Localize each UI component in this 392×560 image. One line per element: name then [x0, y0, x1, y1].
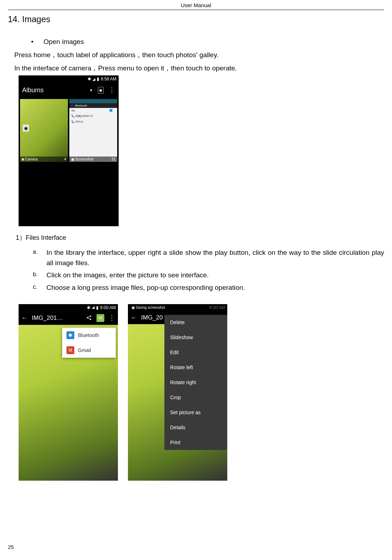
share-dropdown: ✱ Bluetooth M Gmail: [62, 328, 116, 358]
status-time: 9:00 AM: [100, 305, 116, 310]
list-marker: c.: [33, 283, 46, 293]
album-camera-thumb[interactable]: ◉ ◙ Camera 4: [20, 99, 68, 162]
list-text-b: Click on the images, enter the picture t…: [46, 270, 384, 281]
menu-rotate-left[interactable]: Rotate left: [164, 360, 227, 375]
menu-set-picture-as[interactable]: Set picture as: [164, 405, 227, 420]
list-marker: b.: [33, 270, 46, 281]
back-icon[interactable]: ←: [131, 314, 137, 321]
app-bar-title[interactable]: Albums: [22, 86, 86, 94]
signal-icon: ◢: [92, 305, 95, 310]
list-marker: a.: [33, 248, 46, 268]
screenshot-share: ✱ ◢ ▮ 9:00 AM ← IMG_201… ✉ ⋮ ✱ Bluetooth: [19, 304, 118, 481]
list-text-a: In the library the interface, upper righ…: [46, 248, 384, 268]
para-press-home: Press home，touch label of applications，t…: [8, 50, 384, 60]
bullet-open-images: Open images: [8, 38, 384, 46]
status-bar: ✱ ◢ ▮ 9:00 AM: [19, 304, 118, 311]
status-bar: ✱ ◢ ▮ 8:58 AM: [19, 75, 119, 83]
app-bar: Albums ▼ ◉ ⋮: [19, 83, 119, 98]
menu-details[interactable]: Details: [164, 420, 227, 435]
album-label: ◙ Camera: [22, 157, 38, 161]
album-count: 31: [111, 157, 115, 161]
list-text-c: Choose a long press image files, pop-up …: [46, 283, 384, 293]
device-row: 📞 4TH st: [71, 120, 83, 123]
menu-print[interactable]: Print: [164, 435, 227, 450]
list-item: a. In the library the interface, upper r…: [33, 248, 384, 268]
album-count: 4: [64, 157, 66, 161]
share-bluetooth[interactable]: ✱ Bluetooth: [62, 328, 116, 343]
context-menu: Delete Slideshow Edit Rotate left Rotate…: [164, 315, 227, 450]
gmail-icon: M: [66, 346, 74, 354]
image-title: IMG_201…: [32, 314, 81, 322]
menu-rotate-right[interactable]: Rotate right: [164, 375, 227, 390]
files-interface-heading: 1）Files Interface: [8, 233, 384, 242]
list-item: b. Click on the images, enter the pictur…: [33, 270, 384, 281]
share-label: Bluetooth: [78, 332, 99, 338]
menu-icon[interactable]: ⋮: [109, 314, 115, 322]
share-label: Gmail: [78, 347, 91, 353]
back-icon: ←: [71, 104, 74, 107]
screenshot-context-menu: ▣ Saving screenshot 9.00 AM ← IMG_20 Del…: [128, 304, 227, 481]
menu-icon[interactable]: ⋮: [109, 86, 115, 94]
battery-icon: ▮: [97, 76, 99, 81]
menu-edit[interactable]: Edit: [164, 345, 227, 360]
app-bar: ← IMG_201… ✉ ⋮: [19, 311, 118, 325]
battery-icon: ▮: [96, 305, 99, 310]
status-bar: ▣ Saving screenshot 9.00 AM: [128, 304, 227, 311]
bluetooth-icon: ✱: [66, 331, 74, 339]
page-number: 25: [8, 544, 14, 550]
message-icon[interactable]: ✉: [96, 314, 104, 322]
share-icon[interactable]: [86, 314, 92, 322]
toggle-on-icon: [109, 109, 115, 112]
menu-slideshow[interactable]: Slideshow: [164, 330, 227, 345]
saving-notification: ▣ Saving screenshot: [129, 306, 165, 309]
signal-icon: ◢: [93, 77, 95, 81]
para-camera-interface: In the interface of camera，Press menu to…: [8, 63, 384, 74]
share-gmail[interactable]: M Gmail: [62, 343, 116, 358]
back-icon[interactable]: ←: [21, 314, 28, 322]
section-title: 14. Images: [8, 14, 384, 24]
dropdown-icon[interactable]: ▼: [89, 88, 93, 92]
status-time: 8:58 AM: [101, 76, 116, 81]
menu-delete[interactable]: Delete: [164, 315, 227, 330]
camera-overlay-icon: ◉: [23, 125, 29, 132]
device-row: 📞 设备[4.03:67:17: [71, 114, 93, 118]
menu-crop[interactable]: Crop: [164, 390, 227, 405]
bluetooth-icon: ✱: [87, 305, 90, 310]
camera-icon[interactable]: ◉: [98, 87, 104, 94]
album-label: ▣ Screenshot: [71, 157, 93, 161]
album-screenshot-thumb[interactable]: ←Bluetooth On 📞 设备[4.03:67:17 📞 4TH st ▣…: [69, 99, 117, 162]
toggle-label: On: [71, 109, 75, 112]
doc-header: User Manual: [8, 0, 384, 10]
bluetooth-icon: ✱: [88, 76, 91, 81]
list-item: c. Choose a long press image files, pop-…: [33, 283, 384, 293]
screenshot-albums: ✱ ◢ ▮ 8:58 AM Albums ▼ ◉ ⋮ ◉ ◙ Camera 4 …: [19, 75, 119, 226]
bt-title: Bluetooth: [75, 104, 87, 107]
